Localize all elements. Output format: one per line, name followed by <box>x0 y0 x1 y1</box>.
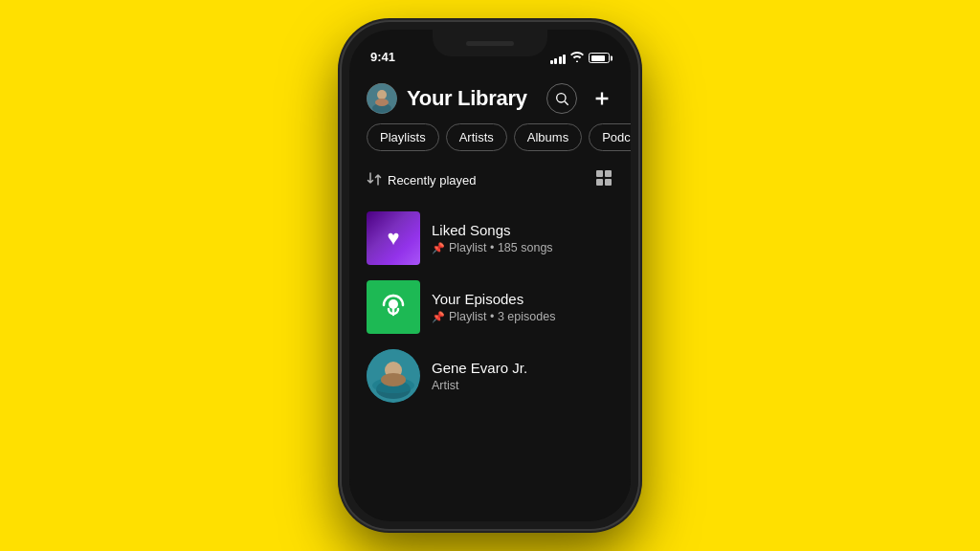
filter-chip-artists[interactable]: Artists <box>446 123 507 151</box>
liked-songs-subtitle: 📌 Playlist • 185 songs <box>432 241 613 254</box>
status-time: 9:41 <box>370 50 395 66</box>
grid-toggle-button[interactable] <box>594 168 613 192</box>
svg-line-5 <box>565 101 568 105</box>
speaker <box>466 41 514 46</box>
avatar[interactable] <box>367 83 397 114</box>
library-header: Your Library <box>349 72 631 123</box>
wifi-icon <box>570 52 584 64</box>
signal-icon <box>550 53 567 64</box>
svg-point-17 <box>381 373 406 386</box>
episodes-title: Your Episodes <box>432 291 613 307</box>
episodes-pin-icon: 📌 <box>432 311 445 323</box>
svg-rect-10 <box>596 179 603 186</box>
podcast-icon <box>379 290 408 324</box>
svg-point-2 <box>377 90 387 99</box>
episodes-info: Your Episodes 📌 Playlist • 3 episodes <box>432 291 613 323</box>
episodes-thumbnail <box>367 280 420 334</box>
liked-songs-pin-icon: 📌 <box>432 242 445 254</box>
header-actions <box>546 83 613 114</box>
gene-evaro-subtitle: Artist <box>432 379 613 392</box>
sort-button[interactable]: Recently played <box>367 172 477 188</box>
heart-icon: ♥ <box>387 226 399 251</box>
gene-evaro-title: Gene Evaro Jr. <box>432 360 613 376</box>
list-item-your-episodes[interactable]: Your Episodes 📌 Playlist • 3 episodes <box>349 273 631 342</box>
content-area: Your Library <box>349 72 631 521</box>
power-button[interactable] <box>638 137 641 194</box>
app-background: 9:41 <box>0 0 980 551</box>
filter-chip-playlists[interactable]: Playlists <box>367 123 439 151</box>
list-item-gene-evaro[interactable]: Gene Evaro Jr. Artist <box>349 342 631 410</box>
svg-rect-8 <box>596 170 603 177</box>
sort-arrows-icon <box>367 172 382 188</box>
gene-evaro-thumbnail <box>367 349 420 403</box>
search-button[interactable] <box>546 83 577 114</box>
battery-icon <box>589 53 610 63</box>
svg-point-3 <box>375 99 389 106</box>
sort-label: Recently played <box>388 173 477 187</box>
liked-songs-title: Liked Songs <box>432 222 613 238</box>
filter-chip-podcasts[interactable]: Podcasts & Sho <box>589 123 631 151</box>
gene-evaro-info: Gene Evaro Jr. Artist <box>432 360 613 392</box>
status-icons <box>550 52 611 66</box>
filter-row: Playlists Artists Albums Podcasts & Sho <box>349 123 631 165</box>
sort-row: Recently played <box>349 165 631 204</box>
phone-wrapper: 9:41 <box>342 22 638 529</box>
svg-rect-11 <box>605 179 612 186</box>
notch <box>433 30 547 56</box>
list-item-liked-songs[interactable]: ♥ Liked Songs 📌 Playlist • 185 songs <box>349 204 631 273</box>
svg-point-12 <box>389 299 398 309</box>
svg-point-4 <box>557 94 566 102</box>
liked-songs-info: Liked Songs 📌 Playlist • 185 songs <box>432 222 613 254</box>
phone-inner: 9:41 <box>349 30 631 521</box>
filter-chip-albums[interactable]: Albums <box>514 123 582 151</box>
episodes-subtitle: 📌 Playlist • 3 episodes <box>432 310 613 323</box>
svg-rect-9 <box>605 170 612 177</box>
page-title: Your Library <box>407 86 527 111</box>
add-button[interactable] <box>590 87 613 110</box>
header-left: Your Library <box>367 83 527 114</box>
liked-songs-thumbnail: ♥ <box>367 211 420 265</box>
